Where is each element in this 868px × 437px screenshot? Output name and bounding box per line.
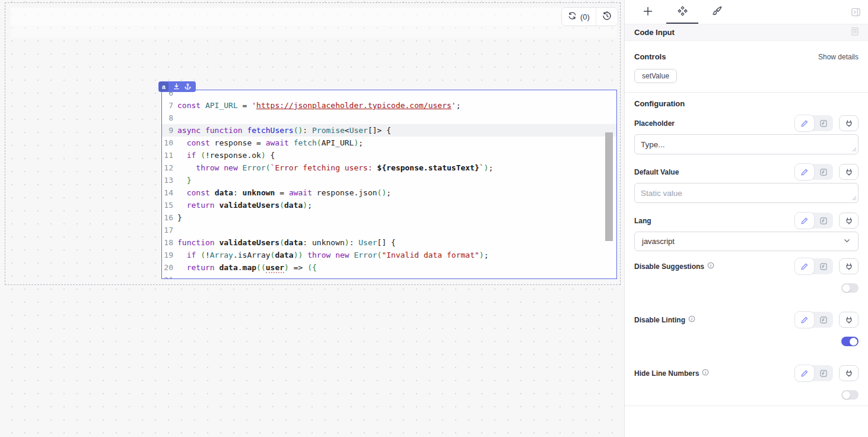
code-line[interactable]: 9async function fetchUsers(): Promise<Us… xyxy=(162,124,616,137)
info-icon[interactable] xyxy=(702,369,709,378)
line-number: 19 xyxy=(162,249,177,261)
code-line[interactable]: 19 if (!Array.isArray(data)) throw new E… xyxy=(162,249,616,261)
code-line[interactable]: 8 xyxy=(162,112,616,124)
fx-mode-icon[interactable] xyxy=(814,312,833,328)
lang-select[interactable]: javascript xyxy=(634,232,859,251)
docs-icon[interactable] xyxy=(850,27,860,38)
tab-components[interactable] xyxy=(665,0,700,24)
code-line[interactable]: 21 xyxy=(162,274,616,278)
refresh-queries-button[interactable]: (0) xyxy=(562,8,596,26)
panel-header: Code Input xyxy=(625,24,868,41)
plug-binding-icon[interactable] xyxy=(839,312,859,328)
info-icon[interactable] xyxy=(688,315,695,324)
widget-toolbar: a xyxy=(158,81,196,92)
edit-mode-icon[interactable] xyxy=(795,164,814,180)
binding-mode-segmented xyxy=(795,164,833,180)
binding-mode-segmented xyxy=(795,115,833,131)
code-editor[interactable]: 67const API_URL = 'https://jsonplacehold… xyxy=(162,90,616,278)
lang-select-value: javascript xyxy=(642,237,675,246)
plug-binding-icon[interactable] xyxy=(839,115,859,131)
code-line[interactable]: 14 const data: unknown = await response.… xyxy=(162,186,616,199)
tab-style[interactable] xyxy=(700,0,734,24)
binding-mode-segmented xyxy=(795,258,833,274)
chevron-down-icon xyxy=(843,237,851,246)
setvalue-control-chip[interactable]: setValue xyxy=(634,69,677,83)
plug-binding-icon[interactable] xyxy=(839,258,859,274)
section-divider xyxy=(625,406,868,406)
code-line[interactable]: 16} xyxy=(162,211,616,224)
code-editor-lines: 67const API_URL = 'https://jsonplacehold… xyxy=(162,90,616,278)
line-number: 21 xyxy=(162,274,177,278)
binding-mode-segmented xyxy=(795,213,833,229)
edit-mode-icon[interactable] xyxy=(795,312,814,328)
fx-mode-icon[interactable] xyxy=(814,365,833,381)
history-icon xyxy=(602,11,612,23)
binding-mode-segmented xyxy=(795,312,833,328)
fx-mode-icon[interactable] xyxy=(814,115,833,131)
code-line[interactable]: 17 xyxy=(162,224,616,236)
info-icon[interactable] xyxy=(707,262,714,271)
code-line[interactable]: 18function validateUsers(data: unknown):… xyxy=(162,236,616,249)
prop-row-disable-suggestions: Disable Suggestions xyxy=(634,258,859,312)
code-line[interactable]: 15 return validateUsers(data); xyxy=(162,199,616,211)
anchor-icon[interactable] xyxy=(185,81,191,92)
prop-label: Hide Line Numbers xyxy=(634,369,709,378)
tab-add[interactable] xyxy=(631,0,665,24)
edit-mode-icon[interactable] xyxy=(795,258,814,274)
disable-suggestions-toggle[interactable] xyxy=(841,283,859,293)
controls-section-header: Controls Show details xyxy=(634,52,859,61)
fx-mode-icon[interactable] xyxy=(814,164,833,180)
prop-row-placeholder: Placeholder Type... xyxy=(634,115,859,157)
code-line[interactable]: 20 return data.map((user) => ({ xyxy=(162,261,616,274)
plug-binding-icon[interactable] xyxy=(839,365,859,381)
code-line[interactable]: 10 const response = await fetch(API_URL)… xyxy=(162,137,616,149)
widgets-icon xyxy=(677,5,688,18)
default-value-input[interactable] xyxy=(634,183,859,203)
placeholder-input[interactable]: Type... xyxy=(634,134,859,154)
binding-mode-segmented xyxy=(795,365,833,381)
line-number: 16 xyxy=(162,211,177,224)
disable-linting-toggle[interactable] xyxy=(841,337,859,346)
prop-label: Disable Linting xyxy=(634,315,695,324)
line-number: 20 xyxy=(162,261,177,274)
show-details-link[interactable]: Show details xyxy=(818,53,859,61)
paintbrush-icon xyxy=(711,5,723,18)
prop-label: Placeholder xyxy=(634,119,675,128)
edit-mode-icon[interactable] xyxy=(795,213,814,229)
line-number: 7 xyxy=(162,99,177,112)
code-line[interactable]: 11 if (!response.ok) { xyxy=(162,149,616,162)
code-input-widget[interactable]: a 67const API_URL = 'https://jsonplaceho… xyxy=(161,90,617,279)
section-divider xyxy=(625,92,868,93)
widget-name-badge[interactable]: a xyxy=(159,82,168,91)
line-number: 10 xyxy=(162,137,177,149)
plug-binding-icon[interactable] xyxy=(839,164,859,180)
plug-binding-icon[interactable] xyxy=(839,213,859,229)
line-number: 8 xyxy=(162,112,177,124)
widget-type-title: Code Input xyxy=(634,28,675,37)
code-line[interactable]: 7const API_URL = 'https://jsonplaceholde… xyxy=(162,99,616,112)
prop-row-default-value: Default Value xyxy=(634,164,859,205)
code-line[interactable]: 12 throw new Error(`Error fetching users… xyxy=(162,162,616,174)
edit-mode-icon[interactable] xyxy=(795,115,814,131)
code-line[interactable]: 13 } xyxy=(162,174,616,186)
line-number: 18 xyxy=(162,236,177,249)
line-number: 12 xyxy=(162,162,177,174)
line-number: 11 xyxy=(162,149,177,162)
editor-vertical-scrollbar[interactable] xyxy=(605,132,613,241)
line-number: 17 xyxy=(162,224,177,236)
canvas[interactable]: (0) a 67const API_U xyxy=(0,0,624,437)
fx-mode-icon[interactable] xyxy=(814,213,833,229)
code-line[interactable]: 6 xyxy=(162,90,616,99)
property-panel: Code Input Controls Show details setValu… xyxy=(624,0,868,437)
prop-label: Default Value xyxy=(634,168,679,176)
canvas-action-bar: (0) xyxy=(561,7,618,26)
fx-mode-icon[interactable] xyxy=(814,258,833,274)
canvas-drop-zone-secondary xyxy=(11,25,617,38)
prop-label: Disable Suggestions xyxy=(634,262,714,271)
refresh-count: (0) xyxy=(580,12,590,21)
history-button[interactable] xyxy=(596,8,618,26)
collapse-panel-icon[interactable] xyxy=(851,7,861,19)
edit-mode-icon[interactable] xyxy=(795,365,814,381)
fit-height-icon[interactable] xyxy=(173,81,180,92)
hide-line-numbers-toggle[interactable] xyxy=(841,390,859,400)
